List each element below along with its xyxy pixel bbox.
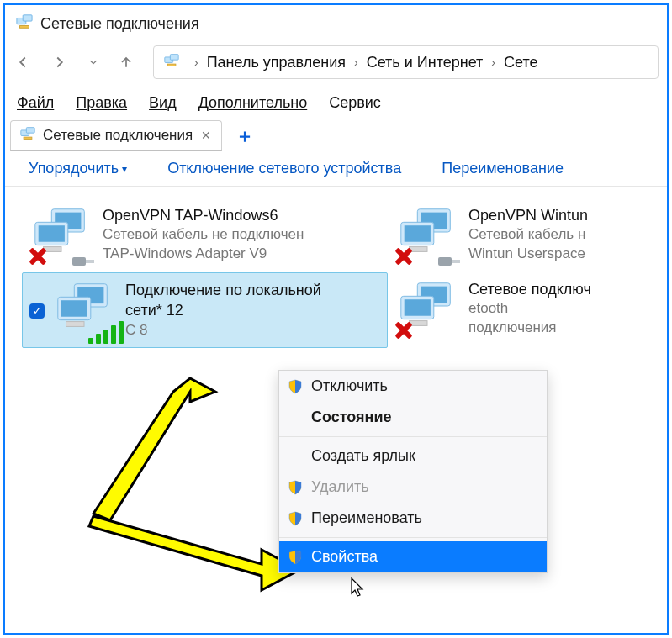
ctx-rename[interactable]: Переименовать <box>279 503 547 534</box>
titlebar: Сетевые подключения <box>5 5 667 40</box>
shield-icon <box>288 379 303 394</box>
history-dropdown[interactable] <box>87 56 99 68</box>
svg-rect-27 <box>66 322 84 327</box>
network-adapter-icon <box>394 205 460 266</box>
svg-rect-15 <box>86 260 94 263</box>
network-adapter-icon <box>51 280 117 340</box>
menu-bar: Файл Правка Вид Дополнительно Сервис <box>5 91 667 120</box>
connection-text: OpenVPN Wintun Сетевой кабель н Wintun U… <box>468 205 588 264</box>
ctx-label: Создать ярлык <box>311 447 415 465</box>
disconnected-x-icon <box>393 245 415 267</box>
folder-icon <box>162 53 181 71</box>
connection-name-line2: сети* 12 <box>125 300 321 320</box>
connection-text: OpenVPN TAP-Windows6 Сетевой кабель не п… <box>103 205 304 264</box>
rename-button[interactable]: Переименование <box>442 160 564 177</box>
window-frame: Сетевые подключения <box>3 3 669 635</box>
svg-rect-21 <box>438 257 452 266</box>
svg-rect-12 <box>39 225 65 242</box>
address-bar[interactable]: › Панель управления › Сеть и Интернет › … <box>153 45 659 79</box>
menu-view[interactable]: Вид <box>149 94 177 112</box>
mouse-cursor-icon <box>350 577 367 602</box>
svg-rect-8 <box>24 137 32 139</box>
shield-icon <box>288 550 303 565</box>
app-icon <box>15 13 34 34</box>
nav-row: › Панель управления › Сеть и Интернет › … <box>5 40 667 91</box>
connection-text: Подключение по локальной сети* 12 С 8 <box>125 280 321 340</box>
window-title: Сетевые подключения <box>40 15 199 33</box>
connection-status: Сетевой кабель не подключен <box>103 225 304 245</box>
connection-item[interactable]: OpenVPN Wintun Сетевой кабель н Wintun U… <box>388 198 648 272</box>
disable-device-button[interactable]: Отключение сетевого устройства <box>167 160 401 177</box>
new-tab-button[interactable]: ＋ <box>230 124 259 149</box>
tab-close-icon[interactable]: ✕ <box>199 129 213 142</box>
chevron-right-icon: › <box>483 55 504 69</box>
cable-icon <box>437 254 462 269</box>
tabs-row: Сетевые подключения ✕ ＋ <box>5 120 667 160</box>
svg-rect-26 <box>61 300 87 317</box>
ctx-label: Отключить <box>311 377 388 395</box>
disconnected-x-icon <box>27 245 49 267</box>
tab-icon <box>19 126 36 145</box>
signal-strength-icon <box>88 321 124 344</box>
up-button[interactable] <box>118 53 135 71</box>
chevron-right-icon: › <box>186 55 207 69</box>
svg-marker-34 <box>89 516 299 590</box>
connection-item-selected[interactable]: ✓ Подключение по локальной сети* 12 <box>22 272 388 348</box>
connection-device: Wintun Userspace <box>468 245 588 264</box>
separator <box>279 537 547 538</box>
annotation-arrow <box>47 366 308 602</box>
connection-item[interactable]: OpenVPN TAP-Windows6 Сетевой кабель не п… <box>22 198 388 272</box>
forward-button[interactable] <box>50 53 69 71</box>
menu-file[interactable]: Файл <box>17 94 54 112</box>
toolbar: Упорядочить▾ Отключение сетевого устройс… <box>5 160 667 187</box>
organize-menu[interactable]: Упорядочить▾ <box>29 160 127 177</box>
breadcrumb-segment[interactable]: Сете <box>504 54 537 71</box>
connection-device: подключения <box>468 319 591 338</box>
svg-rect-2 <box>20 26 29 29</box>
ctx-label: Свойства <box>311 548 378 566</box>
network-adapter-icon <box>394 279 460 340</box>
ctx-label: Переименовать <box>311 509 422 527</box>
tab-network-connections[interactable]: Сетевые подключения ✕ <box>10 120 222 151</box>
menu-service[interactable]: Сервис <box>329 94 381 112</box>
disconnected-x-icon <box>393 319 415 341</box>
shield-icon <box>288 511 303 526</box>
svg-rect-31 <box>405 299 431 316</box>
connection-name: Подключение по локальной <box>125 280 321 300</box>
cable-icon <box>71 254 96 269</box>
ctx-properties[interactable]: Свойства <box>279 541 547 572</box>
chevron-right-icon: › <box>346 55 367 69</box>
svg-marker-33 <box>93 378 215 520</box>
breadcrumb-segment[interactable]: Сеть и Интернет <box>367 54 484 71</box>
svg-rect-5 <box>167 64 176 66</box>
menu-edit[interactable]: Правка <box>76 94 127 112</box>
breadcrumb-segment[interactable]: Панель управления <box>207 54 346 71</box>
connections-grid: OpenVPN TAP-Windows6 Сетевой кабель не п… <box>5 187 667 348</box>
svg-rect-4 <box>170 55 178 61</box>
ctx-disable[interactable]: Отключить <box>279 371 547 402</box>
connection-name: OpenVPN Wintun <box>468 205 588 225</box>
connection-status: etooth <box>468 299 591 319</box>
svg-rect-19 <box>405 225 431 242</box>
menu-advanced[interactable]: Дополнительно <box>198 94 308 112</box>
selection-checkbox[interactable]: ✓ <box>29 303 45 319</box>
ctx-delete[interactable]: Удалить <box>279 472 547 503</box>
chevron-down-icon: ▾ <box>122 163 127 175</box>
context-menu: Отключить Состояние Создать ярлык Удалит… <box>278 370 548 573</box>
connection-text: Сетевое подключ etooth подключения <box>468 279 591 338</box>
svg-rect-14 <box>72 257 86 266</box>
connection-item[interactable]: Сетевое подключ etooth подключения <box>388 272 648 348</box>
svg-rect-22 <box>452 260 460 263</box>
ctx-label: Удалить <box>311 478 369 496</box>
svg-rect-7 <box>26 128 34 134</box>
ctx-status[interactable]: Состояние <box>279 402 547 433</box>
connection-device: TAP-Windows Adapter V9 <box>103 245 304 264</box>
tab-label: Сетевые подключения <box>43 127 193 144</box>
ctx-create-shortcut[interactable]: Создать ярлык <box>279 440 547 472</box>
ctx-label: Состояние <box>311 409 392 426</box>
nav-buttons <box>13 53 135 71</box>
svg-rect-1 <box>23 15 32 21</box>
shield-icon <box>288 480 303 495</box>
connection-name: Сетевое подключ <box>468 279 591 299</box>
back-button[interactable] <box>13 53 32 71</box>
